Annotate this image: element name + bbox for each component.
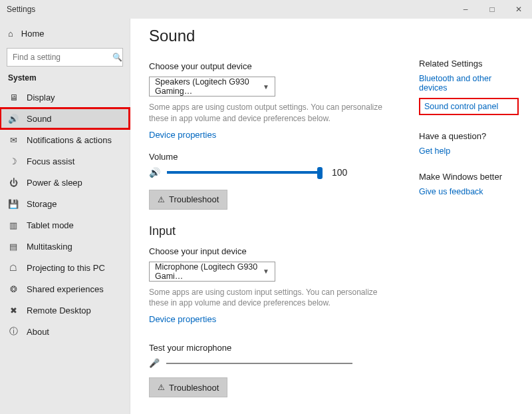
sidebar-item-label: Focus assist [27,156,74,166]
window-controls: – □ ✕ [452,0,532,19]
sidebar-item-label: Storage [27,199,57,209]
volume-slider[interactable] [167,171,320,174]
minimize-button[interactable]: – [452,0,479,19]
sidebar-item-label: Shared experiences [27,284,104,294]
window-title: Settings [7,5,35,14]
troubleshoot-label: Troubleshoot [169,194,219,204]
sidebar-item-focus-assist[interactable]: ☽ Focus assist [0,150,130,172]
sound-control-panel-link[interactable]: Sound control panel [419,98,519,115]
right-column: Related Settings Bluetooth and other dev… [419,59,519,212]
main-panel: Sound Choose your output device Speakers… [130,19,532,414]
feedback-link[interactable]: Give us feedback [419,187,519,196]
related-settings-heading: Related Settings [419,59,519,69]
search-icon: 🔍 [112,53,122,62]
make-better-heading: Make Windows better [419,172,519,182]
output-device-selected: Speakers (Logitech G930 Gaming… [155,77,263,96]
search-input[interactable]: 🔍 [7,48,123,67]
page-title: Sound [149,27,516,45]
sidebar-item-remote-desktop[interactable]: ✖ Remote Desktop [0,300,130,321]
search-field[interactable] [13,53,112,62]
sidebar-home-label: Home [21,29,45,39]
output-troubleshoot-button[interactable]: ⚠ Troubleshoot [149,190,227,210]
sidebar-item-label: Notifications & actions [27,135,112,145]
power-icon: ⏻ [8,178,19,188]
sidebar-home[interactable]: ⌂ Home [0,23,130,44]
sidebar-item-label: Tablet mode [27,220,74,230]
volume-slider-thumb[interactable] [317,167,323,179]
test-mic-label: Test your microphone [149,343,516,353]
sidebar-item-label: Multitasking [27,242,72,252]
get-help-link[interactable]: Get help [419,146,519,156]
projecting-icon: ☖ [8,263,19,273]
warning-icon: ⚠ [158,195,165,204]
troubleshoot-label: Troubleshoot [169,383,219,393]
sidebar-item-label: About [27,327,49,337]
remote-icon: ✖ [8,306,19,315]
notifications-icon: ✉ [8,135,19,145]
input-troubleshoot-button[interactable]: ⚠ Troubleshoot [149,377,227,397]
volume-value: 100 [332,167,347,178]
tablet-icon: ▥ [8,220,19,230]
output-device-select[interactable]: Speakers (Logitech G930 Gaming… ▼ [149,77,275,97]
multitasking-icon: ▤ [8,242,19,252]
sidebar-item-label: Remote Desktop [27,306,91,315]
sidebar-item-notifications[interactable]: ✉ Notifications & actions [0,129,130,150]
sidebar-item-projecting[interactable]: ☖ Projecting to this PC [0,257,130,278]
chevron-down-icon: ▼ [263,268,269,275]
input-description: Some apps are using custom input setting… [149,287,395,310]
close-button[interactable]: ✕ [505,0,532,19]
chevron-down-icon: ▼ [263,83,269,91]
sound-icon: 🔊 [8,114,19,124]
mic-level-meter [166,363,352,364]
sidebar-item-about[interactable]: ⓘ About [0,321,130,342]
input-device-select[interactable]: Microphone (Logitech G930 Gami… ▼ [149,262,275,282]
sidebar-item-label: Display [27,93,55,103]
output-device-properties-link[interactable]: Device properties [149,130,216,140]
sidebar-item-power-sleep[interactable]: ⏻ Power & sleep [0,172,130,193]
maximize-button[interactable]: □ [479,0,505,19]
bluetooth-devices-link[interactable]: Bluetooth and other devices [419,74,519,93]
mic-test-row: 🎤 [149,358,516,368]
input-device-properties-link[interactable]: Device properties [149,314,216,324]
sidebar-item-label: Power & sleep [27,178,82,188]
sidebar-item-shared-experiences[interactable]: ❂ Shared experiences [0,278,130,300]
warning-icon: ⚠ [158,383,165,392]
microphone-icon: 🎤 [149,358,160,368]
output-description: Some apps are using custom output settin… [149,102,395,124]
sidebar-item-tablet-mode[interactable]: ▥ Tablet mode [0,214,130,236]
input-device-label: Choose your input device [149,246,516,256]
sidebar-item-label: Projecting to this PC [27,263,105,273]
storage-icon: 💾 [8,199,19,209]
sidebar-item-multitasking[interactable]: ▤ Multitasking [0,236,130,257]
have-question-heading: Have a question? [419,131,519,141]
sidebar-section-label: System [0,73,130,87]
about-icon: ⓘ [8,325,19,337]
sidebar-item-sound[interactable]: 🔊 Sound [0,108,130,129]
shared-icon: ❂ [8,284,19,294]
sidebar-item-display[interactable]: 🖥 Display [0,87,130,108]
sidebar: ⌂ Home 🔍 System 🖥 Display 🔊 Sound ✉ Noti… [0,19,130,414]
focus-icon: ☽ [8,156,19,166]
sidebar-item-storage[interactable]: 💾 Storage [0,193,130,214]
input-heading: Input [149,224,516,238]
speaker-icon: 🔊 [149,167,160,178]
display-icon: 🖥 [8,93,19,103]
sidebar-item-label: Sound [27,114,52,124]
home-icon: ⌂ [8,29,13,39]
input-device-selected: Microphone (Logitech G930 Gami… [155,262,263,281]
